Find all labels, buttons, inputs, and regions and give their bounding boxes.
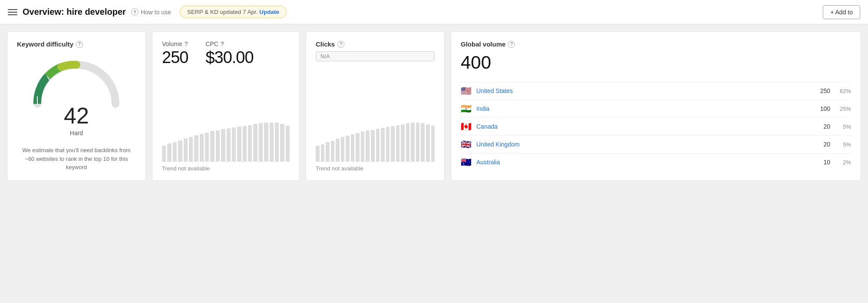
country-pct: 2% bbox=[835, 159, 851, 166]
country-row: 🇮🇳India10025% bbox=[461, 100, 851, 117]
bar bbox=[316, 146, 320, 162]
bar bbox=[243, 126, 247, 162]
country-row: 🇺🇸United States25062% bbox=[461, 82, 851, 100]
country-row: 🇬🇧United Kingdom205% bbox=[461, 135, 851, 153]
bar bbox=[286, 126, 290, 162]
clicks-bar-chart bbox=[316, 114, 435, 162]
cpc-label: CPC bbox=[205, 40, 218, 47]
question-icon: ? bbox=[131, 8, 139, 16]
bar bbox=[371, 130, 375, 162]
volume-value: 250 bbox=[162, 48, 188, 67]
global-header: Global volume ? bbox=[461, 40, 851, 48]
country-pct: 25% bbox=[835, 106, 851, 112]
bar bbox=[189, 137, 193, 162]
kd-title: Keyword difficulty bbox=[17, 40, 73, 48]
country-row: 🇦🇺Australia102% bbox=[461, 153, 851, 171]
volume-block: Volume ? 250 bbox=[162, 40, 188, 67]
global-volume-card: Global volume ? 400 🇺🇸United States25062… bbox=[451, 31, 861, 181]
serp-update-text: SERP & KD updated 7 Apr. bbox=[187, 9, 258, 15]
country-pct: 5% bbox=[835, 141, 851, 148]
global-title: Global volume bbox=[461, 40, 505, 48]
cpc-value: $30.00 bbox=[205, 48, 253, 67]
bar bbox=[167, 143, 171, 161]
clicks-trend-label: Trend not available bbox=[316, 165, 435, 172]
hamburger-menu[interactable] bbox=[8, 9, 17, 15]
bar bbox=[376, 129, 380, 162]
clicks-help-icon[interactable]: ? bbox=[337, 41, 344, 48]
bar bbox=[232, 127, 236, 161]
kd-description: We estimate that you'll need backlinks f… bbox=[17, 146, 136, 172]
how-to-use-button[interactable]: ? How to use bbox=[131, 8, 171, 16]
country-volume: 20 bbox=[815, 123, 830, 130]
page-title: Overview: hire developer bbox=[23, 7, 126, 17]
bar bbox=[221, 129, 225, 162]
volume-cpc-card: Volume ? 250 CPC ? $30.00 Trend not avai… bbox=[152, 31, 300, 181]
bar bbox=[248, 125, 252, 162]
bar bbox=[421, 123, 425, 161]
gauge-svg bbox=[29, 54, 124, 110]
update-link[interactable]: Update bbox=[259, 9, 279, 15]
bar bbox=[426, 124, 430, 162]
bar bbox=[381, 128, 385, 161]
bar bbox=[264, 123, 268, 161]
bar bbox=[346, 136, 350, 161]
volume-label: Volume bbox=[162, 40, 182, 47]
country-name[interactable]: Canada bbox=[476, 123, 811, 130]
country-volume: 20 bbox=[815, 141, 830, 148]
clicks-header: Clicks ? bbox=[316, 40, 435, 48]
kd-help-icon[interactable]: ? bbox=[76, 41, 83, 48]
bar bbox=[351, 134, 355, 162]
cpc-label-row: CPC ? bbox=[205, 40, 253, 47]
bar bbox=[336, 139, 340, 161]
bar bbox=[205, 133, 209, 162]
country-list: 🇺🇸United States25062%🇮🇳India10025%🇨🇦Cana… bbox=[461, 82, 851, 171]
bar bbox=[331, 141, 335, 162]
bar bbox=[406, 123, 410, 161]
gauge-container: 42 Hard bbox=[17, 54, 136, 137]
bar bbox=[210, 131, 214, 161]
bar bbox=[194, 135, 198, 161]
country-flag: 🇦🇺 bbox=[461, 157, 472, 167]
add-to-label: + Add to bbox=[830, 9, 853, 16]
cpc-block: CPC ? $30.00 bbox=[205, 40, 253, 67]
how-to-use-label: How to use bbox=[141, 9, 171, 16]
bar bbox=[326, 142, 330, 161]
global-help-icon[interactable]: ? bbox=[508, 41, 515, 48]
add-to-button[interactable]: + Add to bbox=[823, 5, 860, 19]
bar bbox=[184, 138, 188, 162]
kd-header: Keyword difficulty ? bbox=[17, 40, 83, 48]
country-flag: 🇺🇸 bbox=[461, 86, 472, 96]
bar bbox=[280, 124, 284, 161]
bar bbox=[270, 123, 274, 162]
volume-trend-label: Trend not available bbox=[162, 165, 290, 172]
metrics-row: Volume ? 250 CPC ? $30.00 bbox=[162, 40, 290, 67]
volume-help-icon[interactable]: ? bbox=[185, 40, 188, 47]
bar bbox=[341, 137, 345, 162]
bar bbox=[321, 144, 325, 162]
bar bbox=[237, 127, 241, 161]
clicks-label: Clicks bbox=[316, 40, 335, 48]
topbar: Overview: hire developer ? How to use SE… bbox=[0, 0, 868, 24]
country-name[interactable]: India bbox=[476, 105, 811, 112]
country-row: 🇨🇦Canada205% bbox=[461, 117, 851, 135]
country-volume: 10 bbox=[815, 159, 830, 166]
kd-label: Hard bbox=[70, 130, 83, 137]
country-pct: 62% bbox=[835, 88, 851, 94]
bar bbox=[227, 128, 231, 162]
cpc-help-icon[interactable]: ? bbox=[221, 40, 224, 47]
bar bbox=[253, 124, 257, 161]
bar bbox=[162, 146, 166, 162]
serp-update-badge: SERP & KD updated 7 Apr. Update bbox=[180, 6, 287, 18]
bar bbox=[259, 123, 263, 161]
bar bbox=[200, 134, 204, 162]
country-name[interactable]: United Kingdom bbox=[476, 141, 811, 148]
bar bbox=[401, 124, 405, 162]
country-name[interactable]: United States bbox=[476, 87, 811, 94]
country-flag: 🇮🇳 bbox=[461, 103, 472, 114]
country-name[interactable]: Australia bbox=[476, 159, 811, 166]
global-volume-number: 400 bbox=[461, 52, 851, 73]
bar bbox=[275, 123, 279, 161]
na-badge: N/A bbox=[316, 51, 435, 61]
bar bbox=[366, 130, 370, 161]
volume-label-row: Volume ? bbox=[162, 40, 188, 47]
